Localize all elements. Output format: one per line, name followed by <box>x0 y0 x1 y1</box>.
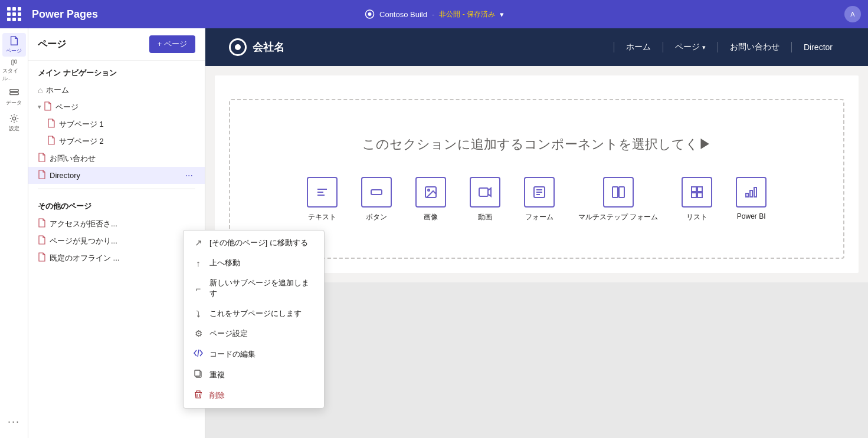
context-menu-edit-code[interactable]: コードの編集 <box>184 344 324 364</box>
context-menu-edit-code-label: コードの編集 <box>209 349 256 360</box>
svg-rect-22 <box>697 187 702 192</box>
component-list[interactable]: リスト <box>682 177 712 222</box>
subpage2-icon <box>47 136 55 147</box>
svg-rect-5 <box>9 93 18 95</box>
context-menu: ↗ [その他のページ] に移動する ↑ 上へ移動 ⌐ 新しいサブページを追加しま… <box>183 230 325 409</box>
nav-item-subpage1[interactable]: サブページ 1 <box>28 116 205 133</box>
svg-point-12 <box>428 189 430 191</box>
context-menu-move-to-other[interactable]: ↗ [その他のページ] に移動する <box>184 233 324 253</box>
site-nav-directory-label: Director <box>804 42 833 52</box>
offline-label: 既定のオフライン ... <box>50 253 119 264</box>
more-dots: ... <box>8 413 20 426</box>
component-text[interactable]: テキスト <box>307 177 338 222</box>
status-chevron[interactable]: ▾ <box>500 10 504 19</box>
edit-code-icon <box>193 348 204 360</box>
context-menu-move-up[interactable]: ↑ 上へ移動 <box>184 253 324 273</box>
nav-contact-label: お問い合わせ <box>50 153 96 164</box>
page-panel-header: ページ + ページ <box>28 28 205 61</box>
not-found-label: ページが見つかり... <box>50 236 117 246</box>
sidebar-icons: ページ スタイル... データ 設定 ... <box>0 28 28 438</box>
multistep-form-component-icon <box>603 177 634 208</box>
not-found-icon <box>38 235 46 246</box>
site-nav: ホーム ページ ▾ お問い合わせ Director <box>614 42 844 52</box>
logo-circle <box>229 38 247 56</box>
component-video[interactable]: 動画 <box>470 177 500 222</box>
contact-icon <box>38 153 46 164</box>
button-component-icon <box>361 177 392 208</box>
svg-rect-8 <box>195 370 200 376</box>
context-menu-make-subpage[interactable]: ⤵ これをサブページにします <box>184 304 324 324</box>
separator: - <box>432 10 434 19</box>
nav-item-contact[interactable]: お問い合わせ <box>28 150 205 167</box>
access-denied-icon <box>38 218 46 229</box>
data-icon <box>9 87 19 98</box>
nav-item-directory[interactable]: Directory ··· <box>28 167 205 184</box>
sidebar-settings-label: 設定 <box>9 125 19 133</box>
site-header: 会社名 ホーム ページ ▾ お問い合わせ Director <box>205 28 868 66</box>
site-nav-home[interactable]: ホーム <box>614 42 663 52</box>
svg-point-6 <box>12 117 15 120</box>
context-menu-add-subpage[interactable]: ⌐ 新しいサブページを追加します <box>184 273 324 304</box>
sidebar-item-data[interactable]: データ <box>2 85 26 108</box>
component-button[interactable]: ボタン <box>361 177 392 222</box>
component-powerbi[interactable]: Power BI <box>736 177 767 222</box>
list-component-label: リスト <box>686 212 707 222</box>
site-nav-home-label: ホーム <box>626 42 651 52</box>
svg-rect-13 <box>479 188 488 196</box>
svg-rect-26 <box>750 190 752 197</box>
site-nav-pages[interactable]: ページ ▾ <box>663 42 718 52</box>
site-nav-contact-label: お問い合わせ <box>730 42 779 52</box>
svg-point-1 <box>368 12 371 16</box>
svg-rect-4 <box>9 89 18 91</box>
component-image[interactable]: 画像 <box>415 177 446 222</box>
site-status: 非公開 - 保存済み <box>439 9 495 19</box>
directory-more-button[interactable]: ··· <box>183 170 195 181</box>
nav-page-label: ページ <box>55 102 78 113</box>
sidebar-item-settings[interactable]: 設定 <box>2 111 26 134</box>
nav-item-access-denied[interactable]: アクセスが拒否さ... <box>28 215 205 232</box>
text-component-label: テキスト <box>308 212 336 222</box>
svg-rect-3 <box>14 60 17 63</box>
avatar[interactable]: A <box>844 6 861 22</box>
powerbi-component-label: Power BI <box>737 212 766 220</box>
home-icon: ⌂ <box>38 85 42 95</box>
page-settings-icon: ⚙ <box>193 328 204 339</box>
nav-item-not-found[interactable]: ページが見つかり... <box>28 232 205 249</box>
site-logo-text: 会社名 <box>253 40 284 54</box>
form-component-icon <box>524 177 555 208</box>
nav-item-offline[interactable]: 既定のオフライン ... <box>28 249 205 266</box>
nav-subpage2-label: サブページ 2 <box>59 136 104 147</box>
nav-item-subpage2[interactable]: サブページ 2 <box>28 133 205 150</box>
sidebar-item-more[interactable]: ... <box>2 407 26 431</box>
context-menu-move-up-label: 上へ移動 <box>209 258 240 268</box>
offline-icon <box>38 252 46 264</box>
pages-icon <box>9 35 19 46</box>
site-nav-directory[interactable]: Director <box>792 42 844 52</box>
main-nav-label: メイン ナビゲーション <box>28 61 205 82</box>
context-menu-duplicate[interactable]: 重複 <box>184 364 324 385</box>
sidebar-item-pages[interactable]: ページ <box>2 33 26 57</box>
nav-item-page[interactable]: ▾ ページ ··· <box>28 98 205 116</box>
sidebar-styles-label: スタイル... <box>2 67 26 83</box>
duplicate-icon <box>193 369 204 380</box>
context-menu-add-subpage-label: 新しいサブページを追加します <box>209 278 315 299</box>
site-nav-contact[interactable]: お問い合わせ <box>718 42 792 52</box>
video-component-label: 動画 <box>478 212 492 222</box>
pages-chevron-icon: ▾ <box>702 44 706 51</box>
component-form[interactable]: フォーム <box>524 177 555 222</box>
svg-rect-9 <box>195 392 202 393</box>
divider <box>38 189 195 189</box>
sidebar-item-styles[interactable]: スタイル... <box>2 59 26 83</box>
expand-chevron: ▾ <box>38 103 41 111</box>
site-icon <box>364 9 375 19</box>
nav-item-home[interactable]: ⌂ ホーム <box>28 82 205 98</box>
app-grid-icon[interactable] <box>7 7 21 21</box>
component-multistep-form[interactable]: マルチステップ フォーム <box>578 177 658 222</box>
context-menu-delete[interactable]: 削除 <box>184 385 324 406</box>
add-subpage-icon: ⌐ <box>193 284 204 294</box>
nav-subpage1-label: サブページ 1 <box>59 119 104 130</box>
add-page-button[interactable]: + ページ <box>149 35 195 53</box>
context-menu-page-settings-label: ページ設定 <box>209 328 248 339</box>
text-component-icon <box>307 177 338 208</box>
context-menu-page-settings[interactable]: ⚙ ページ設定 <box>184 324 324 344</box>
